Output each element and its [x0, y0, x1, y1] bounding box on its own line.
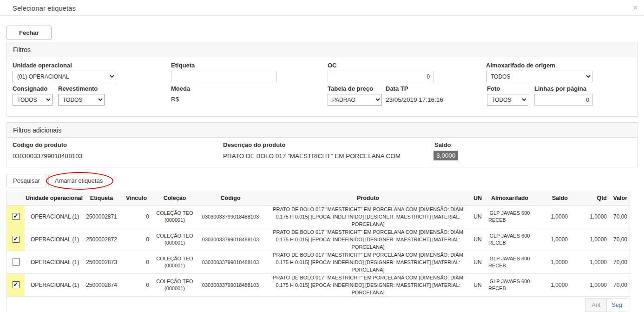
- cell-saldo: 1,0000: [535, 228, 570, 251]
- cell-almoxarifado: GLP JAVAES 600 RECEB: [485, 228, 535, 251]
- additional-filters-title: Filtros adicionais: [7, 123, 637, 138]
- tabela-preco-select[interactable]: PADRÃO: [328, 94, 382, 106]
- row-checkbox-cell: [7, 251, 25, 273]
- cell-qtd: 1,0000: [570, 251, 609, 273]
- cell-etiqueta: 2500002874: [84, 273, 119, 296]
- consignado-label: Consignado: [13, 85, 47, 92]
- cell-un: UN: [471, 228, 485, 251]
- etiqueta-label: Etiqueta: [171, 62, 195, 69]
- table-row: OPERACIONAL (1) 2500002873 0 COLEÇÃO TEO…: [7, 251, 630, 273]
- data-tp-label: Data TP: [386, 85, 408, 92]
- cell-codigo: 03030033799018488103: [196, 273, 265, 296]
- table-row: OPERACIONAL (1) 2500002871 0 COLEÇÃO TEO…: [7, 205, 630, 228]
- foto-label: Foto: [487, 85, 500, 92]
- etiqueta-input[interactable]: [171, 71, 277, 82]
- cell-valor: 70,00: [609, 228, 630, 251]
- cell-almoxarifado: GLP JAVAES 600 RECEB: [485, 251, 535, 273]
- cell-valor: 70,00: [609, 205, 630, 228]
- cell-etiqueta: 2500002871: [84, 205, 119, 228]
- header-checkbox: [7, 191, 25, 205]
- header-un: UN: [471, 191, 485, 205]
- table-header-row: Unidade operacional Etiqueta Vínculo Col…: [7, 191, 630, 205]
- header-colecao: Coleção: [154, 191, 196, 205]
- saldo-label: Saldo: [434, 141, 451, 148]
- codigo-produto-value: 03030033799018488103: [13, 153, 82, 159]
- cell-saldo: 1,0000: [535, 251, 570, 273]
- cell-qtd: 1,0000: [570, 273, 609, 296]
- almoxarifado-origem-select[interactable]: TODOS: [486, 71, 592, 82]
- header-vinculo: Vínculo: [119, 191, 154, 205]
- pesquisar-button[interactable]: Pesquisar: [7, 174, 46, 187]
- cell-codigo: 03030033799018488103: [196, 251, 265, 273]
- row-checkbox[interactable]: [13, 213, 20, 220]
- cell-valor: 70,00: [609, 251, 630, 273]
- row-checkbox[interactable]: [13, 281, 20, 288]
- table-row: OPERACIONAL (1) 2500002874 0 COLEÇÃO TEO…: [7, 273, 630, 296]
- table-body: OPERACIONAL (1) 2500002871 0 COLEÇÃO TEO…: [7, 205, 630, 296]
- foto-select[interactable]: TODOS: [487, 94, 528, 106]
- cell-codigo: 03030033799018488103: [196, 205, 265, 228]
- cell-un: UN: [471, 251, 485, 273]
- cell-colecao: COLEÇÃO TEO (000001): [154, 273, 196, 296]
- descricao-produto-label: Descrição do produto: [223, 141, 285, 148]
- row-checkbox[interactable]: [13, 259, 20, 266]
- cell-colecao: COLEÇÃO TEO (000001): [154, 205, 196, 228]
- oc-input[interactable]: [328, 71, 434, 82]
- revestimento-select[interactable]: TODOS: [58, 94, 105, 106]
- header-qtd: Qtd: [570, 191, 609, 205]
- tabela-preco-label: Tabela de preço: [328, 85, 373, 92]
- header-codigo: Código: [196, 191, 265, 205]
- header-almoxarifado: Almoxarifado: [485, 191, 535, 205]
- cell-unidade-operacional: OPERACIONAL (1): [25, 273, 84, 296]
- header-etiqueta: Etiqueta: [84, 191, 119, 205]
- cell-colecao: COLEÇÃO TEO (000001): [154, 228, 196, 251]
- amarrar-etiquetas-button[interactable]: Amarrar etiquetas: [48, 174, 109, 187]
- close-icon[interactable]: ×: [633, 4, 637, 12]
- saldo-value-highlighted: 3,0000: [434, 151, 458, 160]
- cell-valor: 70,00: [609, 273, 630, 296]
- cell-vinculo: 0: [119, 228, 154, 251]
- unidade-operacional-label: Unidade operacional: [13, 62, 72, 69]
- labels-table: Unidade operacional Etiqueta Vínculo Col…: [7, 191, 630, 312]
- cell-colecao: COLEÇÃO TEO (000001): [154, 251, 196, 273]
- cell-vinculo: 0: [119, 251, 154, 273]
- codigo-produto-label: Código do produto: [13, 141, 67, 148]
- cell-unidade-operacional: OPERACIONAL (1): [25, 228, 84, 251]
- data-tp-value: 23/05/2019 17:16:16: [386, 96, 443, 103]
- pagination-next-button[interactable]: Seg: [606, 298, 627, 312]
- row-checkbox-cell: [7, 205, 25, 228]
- cell-codigo: 03030033799018488103: [196, 228, 265, 251]
- pagination: Ant Seg: [585, 298, 627, 312]
- header-unidade-operacional: Unidade operacional: [25, 191, 84, 205]
- filters-panel: Filtros Unidade operacional (01) OPERACI…: [7, 42, 637, 117]
- header-produto: Produto: [265, 191, 471, 205]
- row-checkbox[interactable]: [13, 236, 20, 243]
- cell-un: UN: [471, 205, 485, 228]
- cell-produto: PRATO DE BOLO 017 "MAESTRICHT" EM PORCEL…: [265, 205, 471, 228]
- filters-panel-title: Filtros: [7, 42, 637, 57]
- moeda-label: Moeda: [171, 85, 190, 92]
- page-title: Selecionar etiquetas: [13, 4, 76, 12]
- cell-vinculo: 0: [119, 273, 154, 296]
- cell-almoxarifado: GLP JAVAES 600 RECEB: [485, 273, 535, 296]
- cell-un: UN: [471, 273, 485, 296]
- dialog-titlebar: Selecionar etiquetas ×: [0, 0, 644, 16]
- cell-produto: PRATO DE BOLO 017 "MAESTRICHT" EM PORCEL…: [265, 228, 471, 251]
- row-checkbox-cell: [7, 228, 25, 251]
- moeda-value: R$: [171, 96, 179, 103]
- pagination-prev-button[interactable]: Ant: [585, 298, 606, 312]
- cell-etiqueta: 2500002872: [84, 228, 119, 251]
- header-saldo: Saldo: [535, 191, 570, 205]
- cell-qtd: 1,0000: [570, 205, 609, 228]
- cell-produto: PRATO DE BOLO 017 "MAESTRICHT" EM PORCEL…: [265, 251, 471, 273]
- header-valor: Valor: [609, 191, 630, 205]
- cell-vinculo: 0: [119, 205, 154, 228]
- linhas-por-pagina-input[interactable]: [534, 94, 593, 106]
- revestimento-label: Revestimento: [58, 85, 98, 92]
- cell-etiqueta: 2500002873: [84, 251, 119, 273]
- cell-saldo: 1,0000: [535, 205, 570, 228]
- cell-unidade-operacional: OPERACIONAL (1): [25, 205, 84, 228]
- consignado-select[interactable]: TODOS: [13, 94, 53, 106]
- unidade-operacional-select[interactable]: (01) OPERACIONAL: [13, 71, 116, 82]
- fechar-button[interactable]: Fechar: [7, 26, 52, 40]
